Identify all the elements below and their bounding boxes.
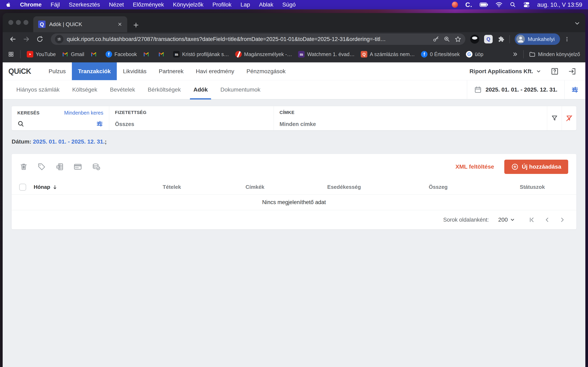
- bookmark-uop[interactable]: Güöp: [466, 51, 484, 58]
- bookmark-facebook[interactable]: fFacebook: [105, 51, 137, 58]
- address-bar[interactable]: quick.riport.co.hu/dashboard/27087/trans…: [51, 33, 465, 45]
- bookmark-gmail-2[interactable]: [90, 51, 99, 58]
- mark-paid-icon[interactable]: [92, 162, 101, 171]
- nav-penzmozgasok[interactable]: Pénzmozgások: [240, 62, 292, 80]
- datum-value-link[interactable]: 2025. 01. 01. - 2025. 12. 31.: [33, 138, 105, 145]
- xml-upload-link[interactable]: XML feltöltése: [456, 164, 494, 170]
- bookmarks-overflow-icon[interactable]: [512, 51, 518, 57]
- search-icon[interactable]: [17, 120, 24, 127]
- reload-icon[interactable]: [34, 33, 45, 45]
- menu-item-help[interactable]: Súgó: [282, 1, 296, 8]
- password-key-icon[interactable]: [433, 36, 439, 42]
- bookmark-youtube[interactable]: YouTube: [27, 51, 56, 58]
- company-selector[interactable]: Riport Applications Kft.: [469, 68, 541, 75]
- bookmark-gmail[interactable]: Gmail: [62, 51, 84, 58]
- url-text[interactable]: quick.riport.co.hu/dashboard/27087/trans…: [67, 36, 428, 42]
- clear-filter-icon[interactable]: [562, 106, 576, 130]
- search-options-icon[interactable]: [96, 120, 103, 127]
- bookmark-gmail-3[interactable]: [143, 51, 152, 58]
- paid-value[interactable]: Összes: [115, 121, 268, 127]
- bookmark-gmail-4[interactable]: [158, 51, 167, 58]
- wifi-icon[interactable]: [495, 2, 502, 8]
- extension-quick-icon[interactable]: Q: [484, 35, 493, 43]
- menu-item-view[interactable]: Nézet: [109, 1, 124, 8]
- menu-item-window[interactable]: Ablak: [259, 1, 273, 8]
- menu-item-file[interactable]: Fájl: [51, 1, 60, 8]
- nav-pulzus[interactable]: Pulzus: [43, 62, 72, 80]
- apply-filter-icon[interactable]: [547, 106, 562, 130]
- tab-search-icon[interactable]: [574, 20, 580, 26]
- help-icon[interactable]: [551, 67, 559, 75]
- column-osszeg[interactable]: Összeg: [388, 184, 488, 190]
- extension-darkmode-icon[interactable]: [470, 35, 479, 44]
- date-range-picker[interactable]: 2025. 01. 01. - 2025. 12. 31.: [467, 80, 564, 99]
- bookmark-maganszemelyek[interactable]: Magánszemélyek -…: [235, 51, 292, 58]
- close-window-button[interactable]: [8, 20, 13, 25]
- card-payment-icon[interactable]: [73, 162, 82, 171]
- column-cimkek[interactable]: Címkék: [210, 184, 300, 190]
- bookmark-ertesitesek[interactable]: f0 Értesítések: [421, 51, 460, 58]
- rows-per-page-select[interactable]: 200: [498, 217, 515, 223]
- tab-dokumentumok[interactable]: Dokumentumok: [214, 80, 267, 99]
- logout-icon[interactable]: [568, 67, 576, 75]
- control-center-icon[interactable]: [523, 2, 530, 8]
- menu-item-tab[interactable]: Lap: [241, 1, 250, 8]
- extensions-puzzle-icon[interactable]: [498, 36, 504, 43]
- chrome-menu-icon[interactable]: [564, 36, 570, 42]
- all-bookmarks-button[interactable]: Minden könyvjelző: [529, 51, 580, 58]
- column-esedekesseg[interactable]: Esedékesség: [300, 184, 388, 190]
- nav-partnerek[interactable]: Partnerek: [153, 62, 190, 80]
- tab-berkoltsegek[interactable]: Bérköltségek: [141, 80, 187, 99]
- profile-chip[interactable]: Munkahelyi: [515, 33, 560, 45]
- tab-adok[interactable]: Adók: [187, 80, 214, 99]
- forward-icon[interactable]: [21, 33, 32, 45]
- bookmark-kristo[interactable]: mKristó profiljának s…: [173, 51, 229, 58]
- menu-item-chrome[interactable]: Chrome: [20, 1, 42, 8]
- delete-icon[interactable]: [19, 162, 28, 171]
- search-everything-link[interactable]: Mindenben keres: [64, 110, 103, 116]
- column-tetelek[interactable]: Tételek: [134, 184, 210, 190]
- select-all-checkbox[interactable]: [19, 184, 26, 191]
- new-tab-button[interactable]: [133, 22, 139, 28]
- menu-item-edit[interactable]: Szerkesztés: [69, 1, 100, 8]
- battery-icon[interactable]: [480, 2, 488, 7]
- status-c-app[interactable]: C.: [465, 1, 472, 8]
- tag-filter-section[interactable]: CÍMKE Minden címke: [274, 106, 547, 130]
- next-page-icon[interactable]: [559, 217, 565, 223]
- add-new-button[interactable]: Új hozzáadása: [504, 160, 568, 174]
- quick-logo[interactable]: QUiCK: [8, 67, 31, 76]
- column-statuszok[interactable]: Státuszok: [488, 184, 576, 190]
- tag-value[interactable]: Minden címke: [279, 121, 541, 127]
- excel-export-icon[interactable]: [55, 162, 64, 171]
- apps-grid-icon[interactable]: [8, 51, 14, 57]
- status-app-icon[interactable]: [452, 2, 458, 8]
- nav-likviditas[interactable]: Likviditás: [117, 62, 153, 80]
- first-page-icon[interactable]: [528, 217, 535, 223]
- spotlight-search-icon[interactable]: [510, 2, 516, 8]
- menu-item-history[interactable]: Előzmények: [133, 1, 164, 8]
- apple-icon[interactable]: [6, 2, 11, 8]
- menu-item-profiles[interactable]: Profilok: [213, 1, 232, 8]
- tab-close-icon[interactable]: [117, 22, 122, 27]
- tab-koltsegek[interactable]: Költségek: [66, 80, 104, 99]
- prev-page-icon[interactable]: [544, 217, 550, 223]
- view-settings-icon[interactable]: [564, 80, 585, 99]
- paid-filter-section[interactable]: FIZETETTSÉG Összes: [109, 106, 274, 130]
- tag-icon[interactable]: [37, 162, 46, 171]
- tab-hianyos-szamlak[interactable]: Hiányos számlák: [10, 80, 66, 99]
- bookmark-star-icon[interactable]: [455, 36, 461, 42]
- back-icon[interactable]: [7, 33, 18, 45]
- browser-tab[interactable]: Q Adók | QUiCK: [33, 16, 127, 32]
- nav-havi-eredmeny[interactable]: Havi eredmény: [190, 62, 240, 80]
- site-settings-icon[interactable]: [55, 35, 63, 43]
- menu-item-bookmarks[interactable]: Könyvjelzők: [173, 1, 203, 8]
- zoom-window-button[interactable]: [24, 20, 28, 25]
- bookmark-szamlazas[interactable]: QA számlázás nem…: [361, 51, 415, 58]
- zoom-page-icon[interactable]: [444, 36, 450, 42]
- minimize-window-button[interactable]: [16, 20, 21, 25]
- menu-bar-clock[interactable]: aug. 10., V 13:59: [537, 1, 582, 8]
- column-honap[interactable]: Hónap: [34, 184, 134, 190]
- nav-tranzakciok[interactable]: Tranzakciók: [72, 62, 117, 80]
- tab-bevetelek[interactable]: Bevételek: [104, 80, 141, 99]
- bookmark-watchmen[interactable]: mWatchmen 1. évad…: [298, 51, 355, 58]
